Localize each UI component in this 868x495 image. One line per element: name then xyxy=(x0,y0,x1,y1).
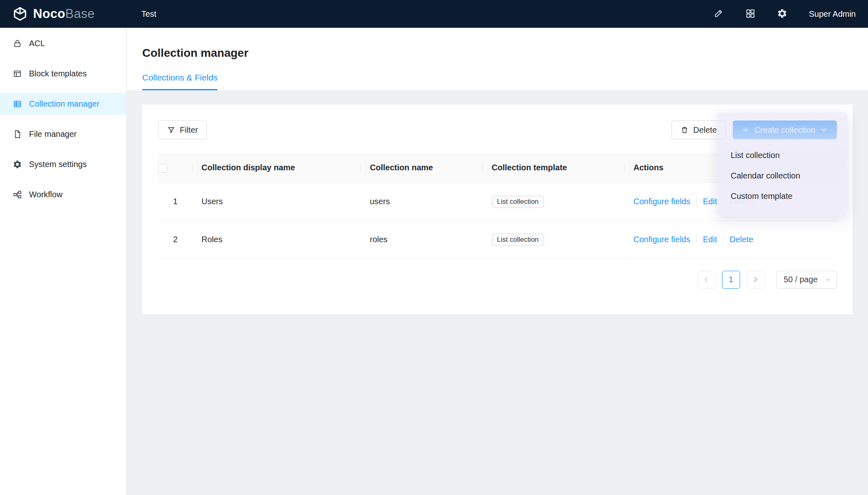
sidebar-item-workflow[interactable]: Workflow xyxy=(0,183,126,205)
sidebar-item-block-templates[interactable]: Block templates xyxy=(0,62,126,85)
gear-icon xyxy=(777,8,787,19)
dropdown-item-list-collection[interactable]: List collection xyxy=(717,145,848,165)
page-title: Collection manager xyxy=(142,47,868,60)
page-1-button[interactable]: 1 xyxy=(722,271,740,289)
tabs: Collections & Fields xyxy=(142,73,868,90)
action-divider xyxy=(696,197,697,205)
template-tag: List collection xyxy=(492,196,544,208)
sidebar-item-label: Workflow xyxy=(29,190,63,199)
file-icon xyxy=(13,129,22,139)
topbar: NocoBase Test Super Admin xyxy=(0,0,868,28)
table-icon xyxy=(13,99,22,109)
column-name: Collection name xyxy=(361,153,483,183)
layout-icon xyxy=(13,69,22,78)
configure-fields-link[interactable]: Configure fields xyxy=(633,197,690,206)
content: Filter Delete Create collection xyxy=(127,90,868,314)
workflow-icon xyxy=(13,190,22,199)
column-display-name: Collection display name xyxy=(192,153,361,183)
table-row: 2 Roles roles List collection Configure … xyxy=(158,221,837,259)
sidebar-item-label: Block templates xyxy=(29,69,87,78)
collection-card: Filter Delete Create collection xyxy=(142,105,852,314)
next-page-button[interactable] xyxy=(747,271,765,289)
configure-fields-link[interactable]: Configure fields xyxy=(633,235,690,244)
chevron-left-icon xyxy=(702,276,710,283)
cell-name: roles xyxy=(361,221,483,259)
plugins-button[interactable] xyxy=(745,8,756,20)
create-collection-dropdown: List collection Calendar collection Cust… xyxy=(717,112,848,216)
lock-icon xyxy=(13,39,22,48)
row-index: 2 xyxy=(158,221,192,259)
chevron-right-icon xyxy=(752,276,759,283)
topbar-right: Super Admin xyxy=(713,8,868,20)
dropdown-menu: List collection Calendar collection Cust… xyxy=(717,112,848,206)
trash-icon xyxy=(680,126,689,134)
page-size-select[interactable]: 50 / page xyxy=(776,271,837,289)
dropdown-item-custom-template[interactable]: Custom template xyxy=(717,186,848,206)
highlighter-icon xyxy=(713,8,724,19)
cube-icon xyxy=(12,6,28,22)
main: Collection manager Collections & Fields … xyxy=(127,0,868,314)
sidebar-item-label: Collection manager xyxy=(29,99,99,109)
dropdown-item-calendar-collection[interactable]: Calendar collection xyxy=(717,165,848,186)
settings-button[interactable] xyxy=(777,8,787,20)
row-index: 1 xyxy=(158,183,192,221)
select-all-checkbox[interactable] xyxy=(158,164,167,173)
funnel-icon xyxy=(167,126,175,134)
cell-actions: Configure fieldsEditDelete xyxy=(624,221,837,259)
sidebar-item-system-settings[interactable]: System settings xyxy=(0,153,126,175)
brand-name-light: Base xyxy=(65,7,95,21)
page-header: Collection manager Collections & Fields xyxy=(127,28,868,90)
page-size-value: 50 / page xyxy=(784,275,818,284)
edit-link[interactable]: Edit xyxy=(703,197,717,206)
sidebar: ACL Block templates Collection manager F… xyxy=(0,28,126,495)
template-tag: List collection xyxy=(492,234,544,246)
action-divider xyxy=(723,235,723,243)
filter-button[interactable]: Filter xyxy=(158,120,207,139)
action-divider xyxy=(696,235,697,243)
brand-logo[interactable]: NocoBase xyxy=(0,6,126,22)
column-template: Collection template xyxy=(483,153,624,183)
gear-icon xyxy=(13,160,22,169)
ui-editor-button[interactable] xyxy=(713,8,724,20)
delete-button-label: Delete xyxy=(693,125,717,135)
cell-template: List collection xyxy=(483,183,624,221)
sidebar-item-label: ACL xyxy=(29,39,45,48)
filter-button-label: Filter xyxy=(180,125,198,135)
brand-name-bold: Noco xyxy=(33,7,65,21)
tab-collections-fields[interactable]: Collections & Fields xyxy=(142,73,217,90)
sidebar-item-collection-manager[interactable]: Collection manager xyxy=(0,93,126,115)
apps-grid-icon xyxy=(745,8,756,19)
cell-display-name: Roles xyxy=(192,221,361,259)
user-menu[interactable]: Super Admin xyxy=(809,9,856,19)
sidebar-item-label: File manager xyxy=(29,129,77,139)
select-all-header xyxy=(158,153,192,183)
delete-link[interactable]: Delete xyxy=(729,235,753,244)
brand-name: NocoBase xyxy=(33,7,95,21)
cell-template: List collection xyxy=(483,221,624,259)
cell-display-name: Users xyxy=(192,183,361,221)
chevron-down-icon xyxy=(824,276,831,283)
sidebar-item-label: System settings xyxy=(29,160,87,169)
edit-link[interactable]: Edit xyxy=(703,235,717,244)
topbar-menu-item-test[interactable]: Test xyxy=(126,9,157,19)
sidebar-item-acl[interactable]: ACL xyxy=(0,32,126,54)
cell-name: users xyxy=(361,183,483,221)
sidebar-item-file-manager[interactable]: File manager xyxy=(0,123,126,145)
pagination: 1 50 / page xyxy=(158,271,837,289)
prev-page-button[interactable] xyxy=(698,271,716,289)
